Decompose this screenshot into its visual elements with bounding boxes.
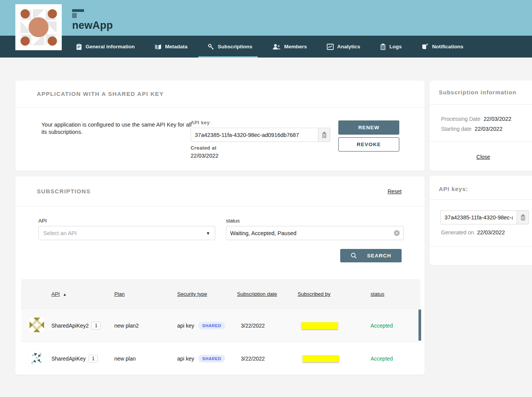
search-button-label: SEARCH xyxy=(367,253,391,259)
api-keys-title: API keys: xyxy=(439,186,468,192)
avatar xyxy=(29,317,45,333)
close-link-wrap: Close xyxy=(430,153,532,160)
clipboard-copy-icon xyxy=(321,132,327,138)
revoke-button[interactable]: REVOKE xyxy=(338,137,399,152)
column-header-subscription-date[interactable]: Subscription date xyxy=(237,291,301,297)
api-key-input[interactable] xyxy=(191,128,318,142)
subscription-date-cell: 3/22/2022 xyxy=(241,323,301,329)
status-filter: status ✕ xyxy=(226,218,404,240)
row-avatar-cell xyxy=(21,350,51,367)
generated-on-value: 22/03/2022 xyxy=(477,229,505,236)
tab-notifications[interactable]: Notifications xyxy=(418,36,466,58)
subscription-count-badge: 1 xyxy=(91,322,101,329)
subscribed-by-cell xyxy=(301,355,371,362)
subscription-info-card: Subscription information Processing Date… xyxy=(430,81,532,171)
subscription-info-title: Subscription information xyxy=(439,89,516,96)
close-link[interactable]: Close xyxy=(476,154,490,160)
tab-members[interactable]: Members xyxy=(269,36,310,58)
column-header-status[interactable]: status xyxy=(371,291,420,297)
divider xyxy=(430,104,532,105)
security-type: api key xyxy=(177,356,194,362)
plan-cell: new plan2 xyxy=(114,323,177,329)
tab-label: Logs xyxy=(389,44,402,49)
api-filter-label: API xyxy=(38,218,215,224)
search-button[interactable]: SEARCH xyxy=(340,249,402,262)
api-key-field-group xyxy=(440,210,529,224)
renew-button[interactable]: RENEW xyxy=(338,120,399,135)
shared-api-key-card: APPLICATION WITH A SHARED API KEY Your a… xyxy=(15,81,425,171)
status-filter-label: status xyxy=(226,218,404,224)
tab-label: Members xyxy=(284,44,307,49)
clipboard-icon xyxy=(76,43,82,50)
divider xyxy=(430,141,532,142)
status-cell: Accepted xyxy=(371,356,420,362)
shared-api-key-card-header: APPLICATION WITH A SHARED API KEY xyxy=(15,81,425,107)
api-key-label: API key xyxy=(191,120,330,125)
table-row[interactable]: SharedApiKey2 1 new plan2 api key SHARED… xyxy=(21,309,420,342)
status-input[interactable] xyxy=(226,226,404,240)
search-icon xyxy=(351,252,357,259)
api-key-group: API key xyxy=(191,120,330,142)
tab-metadata[interactable]: Metadata xyxy=(152,36,191,58)
subscribed-by-cell xyxy=(301,322,371,329)
shared-api-key-title: APPLICATION WITH A SHARED API KEY xyxy=(37,91,164,97)
table-scrollbar-thumb[interactable] xyxy=(418,310,421,341)
generated-on-row: Generated on 22/03/2022 xyxy=(441,229,505,236)
logs-icon xyxy=(380,43,386,50)
tab-analytics[interactable]: Analytics xyxy=(324,36,363,58)
table-row[interactable]: SharedApiKey 1 new plan api key SHARED 3… xyxy=(21,342,420,375)
tab-label: Analytics xyxy=(337,44,360,49)
api-filter: API Select an API ▼ xyxy=(38,218,215,240)
app-logo-image xyxy=(15,4,62,50)
shared-api-key-description: Your application is configured to use th… xyxy=(41,121,194,136)
status-cell: Accepted xyxy=(371,323,420,329)
processing-date-row: Processing Date 22/03/2022 xyxy=(441,116,511,122)
subscription-date-cell: 3/22/2022 xyxy=(241,356,301,362)
column-header-subscribed-by[interactable]: Subscribed by xyxy=(298,291,371,297)
api-name: SharedApiKey xyxy=(51,356,86,362)
tab-label: Subscriptions xyxy=(218,44,252,49)
main-nav: General information Metadata Subscriptio… xyxy=(0,36,532,58)
avatar xyxy=(29,350,45,366)
created-at-group: Created at 22/03/2022 xyxy=(191,145,219,159)
table-header-row: API▲ Plan Security type Subscription dat… xyxy=(21,279,420,309)
column-header-api[interactable]: API▲ xyxy=(51,291,114,297)
starting-date-value: 22/03/2022 xyxy=(474,126,502,132)
sidebar-api-key-input[interactable] xyxy=(440,210,517,224)
subscription-count-badge: 1 xyxy=(89,355,98,362)
tab-label: Metadata xyxy=(165,44,188,49)
clear-status-icon[interactable]: ✕ xyxy=(394,230,400,236)
column-header-plan[interactable]: Plan xyxy=(114,291,177,297)
redacted-subscriber xyxy=(303,355,339,362)
shared-badge: SHARED xyxy=(198,322,225,329)
divider xyxy=(430,246,532,247)
security-type-cell: api key SHARED xyxy=(177,355,241,362)
tab-subscriptions[interactable]: Subscriptions xyxy=(204,36,255,58)
chart-icon xyxy=(327,44,334,50)
tab-general-information[interactable]: General information xyxy=(73,36,138,58)
tab-logs[interactable]: Logs xyxy=(377,36,405,58)
subscriptions-title: SUBSCRIPTIONS xyxy=(37,188,91,194)
reset-link[interactable]: Reset xyxy=(387,188,402,194)
created-at-value: 22/03/2022 xyxy=(191,153,219,159)
sort-ascending-icon: ▲ xyxy=(63,292,67,297)
api-name: SharedApiKey2 xyxy=(51,323,89,329)
divider xyxy=(430,199,532,200)
generated-on-label: Generated on xyxy=(441,229,474,236)
copy-api-key-button[interactable] xyxy=(517,210,529,224)
tab-label: General information xyxy=(86,44,135,49)
book-icon xyxy=(155,44,161,50)
app-header: newApp xyxy=(72,9,113,31)
security-type-cell: api key SHARED xyxy=(177,322,241,329)
copy-api-key-button[interactable] xyxy=(318,128,330,142)
api-select[interactable]: Select an API ▼ xyxy=(38,226,215,240)
processing-date-label: Processing Date xyxy=(441,116,481,122)
row-avatar-cell xyxy=(21,317,51,334)
column-header-security-type[interactable]: Security type xyxy=(177,291,241,297)
app-title: newApp xyxy=(72,20,113,31)
processing-date-value: 22/03/2022 xyxy=(484,116,512,122)
chevron-down-icon: ▼ xyxy=(206,231,210,236)
key-icon xyxy=(208,43,214,50)
starting-date-row: Starting date 22/03/2022 xyxy=(441,126,502,132)
api-name-cell: SharedApiKey2 1 xyxy=(51,322,114,329)
